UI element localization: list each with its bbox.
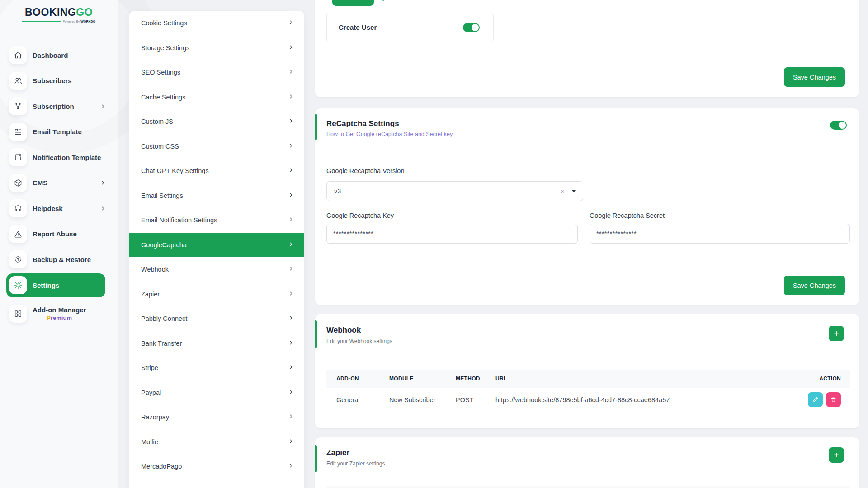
- tab-helpdesk[interactable]: Helpdesk: [372, 0, 401, 6]
- main-sidebar: BOOKINGGO Powered By WORKDO Dashboard Su…: [0, 0, 118, 488]
- submenu-label: Paypal: [141, 389, 161, 396]
- cell-module: New Subscriber: [389, 396, 456, 404]
- recaptcha-key-input[interactable]: [326, 224, 578, 244]
- sidebar-nav: Dashboard Subscribers Subscription Email…: [0, 42, 118, 329]
- sidebar-item-backup-restore[interactable]: Backup & Restore: [0, 247, 118, 272]
- submenu-item-paypal[interactable]: Paypal: [129, 380, 304, 405]
- logo-text: BOOKINGGO: [0, 6, 118, 19]
- restore-icon: [9, 250, 27, 268]
- submenu-label: GoogleCaptcha: [141, 241, 187, 249]
- submenu-label: Stripe: [141, 364, 158, 371]
- zapier-table-header: [326, 486, 850, 488]
- divider: [315, 478, 859, 478]
- powered-by-label: Powered By WORKDO: [63, 20, 95, 23]
- chevron-right-icon: [288, 340, 294, 347]
- notification-icon: [9, 148, 27, 166]
- recaptcha-settings-card: ReCaptcha Settings How to Get Google reC…: [315, 108, 859, 305]
- column-header: MODULE: [389, 375, 456, 382]
- sidebar-item-settings[interactable]: Settings: [6, 273, 105, 297]
- submenu-item-coingate[interactable]: Coingate: [129, 479, 304, 488]
- submenu-label: Pabbly Connect: [141, 315, 187, 322]
- sidebar-item-helpdesk[interactable]: Helpdesk: [0, 196, 118, 221]
- recaptcha-version-select[interactable]: v3 ×: [326, 181, 583, 201]
- create-user-label: Create User: [339, 23, 377, 31]
- submenu-item-custom-js[interactable]: Custom JS: [129, 109, 304, 134]
- app-logo[interactable]: BOOKINGGO Powered By WORKDO: [0, 6, 118, 23]
- submenu-item-cache-settings[interactable]: Cache Settings: [129, 85, 304, 110]
- sidebar-item-label: Notification Template: [33, 154, 101, 161]
- chevron-right-icon: [288, 463, 294, 470]
- gear-icon: [9, 276, 27, 294]
- section-title: ReCaptcha Settings: [326, 119, 399, 128]
- create-user-setting: Create User: [326, 13, 494, 42]
- save-changes-button[interactable]: Save Changes: [784, 276, 845, 295]
- webhook-card: Webhook Edit your Webhook settings + ADD…: [315, 314, 859, 428]
- chevron-right-icon: [288, 118, 294, 125]
- submenu-item-chatgpt-key-settings[interactable]: Chat GPT Key Settings: [129, 159, 304, 183]
- recaptcha-secret-input[interactable]: [590, 224, 850, 244]
- cell-actions: [773, 392, 841, 407]
- save-changes-button[interactable]: Save Changes: [784, 67, 845, 87]
- submenu-item-pabbly-connect[interactable]: Pabbly Connect: [129, 306, 304, 331]
- submenu-label: Storage Settings: [141, 44, 189, 52]
- submenu-item-webhook[interactable]: Webhook: [129, 257, 304, 282]
- delete-webhook-button[interactable]: [826, 392, 841, 407]
- sidebar-item-subscription[interactable]: Subscription: [0, 94, 118, 119]
- submenu-label: Custom CSS: [141, 143, 179, 150]
- cube-icon: [9, 174, 27, 192]
- trophy-icon: [9, 97, 27, 115]
- sidebar-item-email-template[interactable]: Email Template: [0, 119, 118, 145]
- submenu-item-email-notification-settings[interactable]: Email Notification Settings: [129, 208, 304, 233]
- section-title: Zapier: [326, 448, 349, 457]
- submenu-item-mollie[interactable]: Mollie: [129, 430, 304, 455]
- submenu-item-mercadopago[interactable]: MercadoPago: [129, 454, 304, 479]
- submenu-item-razorpay[interactable]: Razorpay: [129, 405, 304, 430]
- edit-webhook-button[interactable]: [808, 392, 823, 407]
- logo-line: [22, 21, 61, 22]
- add-webhook-button[interactable]: +: [829, 326, 844, 341]
- webhook-table: ADD-ON MODULE METHOD URL ACTION General …: [326, 370, 850, 412]
- submenu-item-zapier[interactable]: Zapier: [129, 282, 304, 307]
- submenu-item-storage-settings[interactable]: Storage Settings: [129, 36, 304, 61]
- submenu-item-cookie-settings[interactable]: Cookie Settings: [129, 11, 304, 36]
- submenu-item-stripe[interactable]: Stripe: [129, 356, 304, 380]
- chevron-right-icon: [288, 19, 294, 27]
- cell-addon: General: [336, 396, 389, 404]
- sidebar-item-notification-template[interactable]: Notification Template: [0, 145, 118, 170]
- sidebar-item-label: Report Abuse: [33, 230, 77, 238]
- submenu-label: MercadoPago: [141, 463, 182, 470]
- chevron-right-icon: [100, 180, 106, 186]
- section-subtitle: Edit your Zapier settings: [326, 460, 385, 467]
- divider: [315, 260, 859, 260]
- add-zapier-button[interactable]: +: [829, 447, 844, 463]
- submenu-item-custom-css[interactable]: Custom CSS: [129, 134, 304, 159]
- chevron-right-icon: [100, 206, 106, 211]
- sidebar-item-label: Helpdesk: [33, 205, 63, 212]
- submenu-item-seo-settings[interactable]: SEO Settings: [129, 60, 304, 85]
- submenu-item-bank-transfer[interactable]: Bank Transfer: [129, 331, 304, 356]
- sidebar-item-label: Subscription: [33, 103, 74, 110]
- create-user-toggle[interactable]: [463, 23, 480, 32]
- submenu-label: Razorpay: [141, 413, 169, 421]
- sidebar-item-dashboard[interactable]: Dashboard: [0, 42, 118, 68]
- select-value: v3: [334, 188, 561, 195]
- sidebar-item-label: Dashboard: [33, 52, 68, 59]
- chevron-right-icon: [288, 315, 294, 322]
- chevron-right-icon: [288, 143, 294, 150]
- sidebar-item-subscribers[interactable]: Subscribers: [0, 68, 118, 94]
- accent-bar: [315, 445, 317, 472]
- submenu-item-email-settings[interactable]: Email Settings: [129, 183, 304, 208]
- tab-general[interactable]: General: [332, 0, 374, 6]
- home-icon: [9, 46, 27, 64]
- clear-icon[interactable]: ×: [561, 188, 565, 195]
- sidebar-item-report-abuse[interactable]: Report Abuse: [0, 221, 118, 247]
- sidebar-item-cms[interactable]: CMS: [0, 170, 118, 196]
- submenu-item-googlecaptcha[interactable]: GoogleCaptcha: [129, 233, 304, 258]
- recaptcha-toggle[interactable]: [830, 121, 847, 130]
- sidebar-item-addon-manager[interactable]: Add-on Manager Premium: [0, 298, 118, 329]
- chevron-right-icon: [288, 389, 294, 396]
- warning-triangle-icon: [9, 225, 27, 243]
- submenu-label: Email Settings: [141, 192, 183, 199]
- recaptcha-help-link[interactable]: How to Get Google reCaptcha Site and Sec…: [326, 131, 453, 137]
- submenu-label: SEO Settings: [141, 69, 180, 76]
